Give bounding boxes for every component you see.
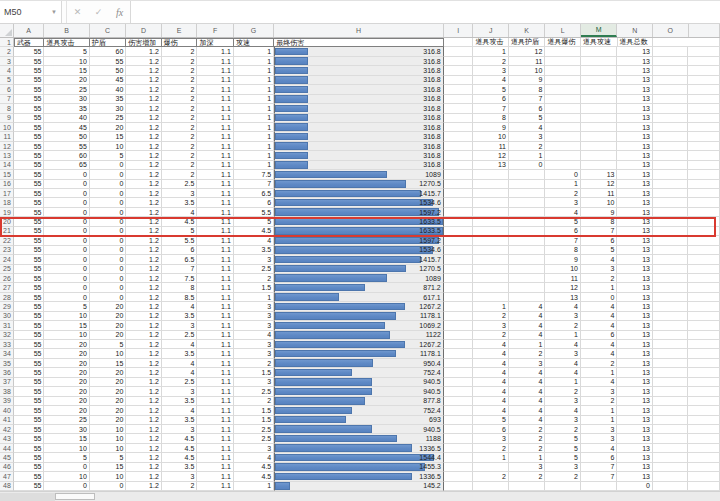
cell[interactable]: 316.8 [274,132,444,141]
cell[interactable] [688,293,720,302]
cell[interactable] [688,170,720,179]
cell[interactable] [509,180,546,189]
row-header-46[interactable]: 46 [0,463,14,472]
cell[interactable]: 3.5 [162,198,198,207]
cell[interactable]: 11 [509,57,546,66]
cell[interactable]: 13 [617,331,653,340]
cell[interactable]: 9 [545,255,581,264]
cell[interactable]: 4 [581,312,618,321]
cell[interactable]: 4.5 [162,434,198,443]
cell[interactable]: 35 [90,95,127,104]
cell[interactable]: 4.5 [162,444,198,453]
cell[interactable]: 3 [509,359,546,368]
cell[interactable]: 55 [14,340,45,349]
cell[interactable]: 1.1 [197,208,234,217]
column-header-H[interactable]: H [274,24,444,37]
cell[interactable]: 4.5 [162,217,198,226]
cell[interactable] [653,312,689,321]
cell[interactable]: 1.2 [126,95,162,104]
cell[interactable]: 1188 [274,434,444,443]
cell[interactable] [444,283,474,292]
cell[interactable] [688,161,720,170]
cell[interactable]: 15 [90,463,127,472]
cell[interactable]: 1 [509,151,546,160]
cell[interactable]: 12 [509,47,546,56]
cell[interactable]: 3 [545,312,581,321]
cell[interactable]: 55 [14,378,45,387]
cell[interactable] [509,293,546,302]
row-header-43[interactable]: 43 [0,434,14,443]
cell[interactable]: 13 [617,434,653,443]
cell[interactable] [653,397,689,406]
cell[interactable]: 55 [14,236,45,245]
cell[interactable]: 3 [234,340,274,349]
cell[interactable] [444,208,474,217]
cell[interactable]: 6.5 [162,255,198,264]
formula-input[interactable] [130,1,720,23]
cell[interactable]: 2 [545,189,581,198]
cell[interactable]: 3 [509,132,546,141]
cell[interactable] [653,283,689,292]
cell[interactable]: 20 [44,387,89,396]
cell[interactable] [509,227,546,236]
cell[interactable]: 2 [162,57,198,66]
cell[interactable]: 3 [162,425,198,434]
cell[interactable]: 1534.6 [274,246,444,255]
cell[interactable]: 1.2 [126,47,162,56]
cell[interactable]: 5 [90,151,127,160]
cell[interactable] [509,198,546,207]
cell[interactable]: 10 [90,349,127,358]
cell[interactable]: 30 [44,425,89,434]
cell[interactable]: 0 [44,246,89,255]
cell[interactable]: 1.2 [126,123,162,132]
cell[interactable] [444,453,474,462]
cell[interactable] [545,132,581,141]
cell[interactable]: 3 [581,434,618,443]
cell[interactable] [581,142,618,151]
cell[interactable]: 0 [44,255,89,264]
cell[interactable] [444,47,474,56]
row-header-19[interactable]: 19 [0,208,14,217]
cell[interactable] [653,161,689,170]
cell[interactable] [444,180,474,189]
cell[interactable]: 12 [581,180,618,189]
cell[interactable]: 20 [44,397,89,406]
cell[interactable]: 1.1 [197,123,234,132]
cell[interactable]: 55 [14,283,45,292]
cell[interactable]: 0 [44,463,89,472]
cell[interactable]: 0 [90,265,127,274]
cell[interactable] [444,397,474,406]
cell[interactable]: 1 [581,406,618,415]
row-header-25[interactable]: 25 [0,265,14,274]
cell[interactable]: 2 [162,142,198,151]
cell[interactable] [653,293,689,302]
cell[interactable]: 40 [44,114,89,123]
cell[interactable]: 1.2 [126,170,162,179]
cell[interactable]: 2 [234,274,274,283]
cell[interactable] [509,217,546,226]
row-header-34[interactable]: 34 [0,349,14,358]
cell[interactable]: 2 [473,472,509,481]
cell[interactable]: 0 [44,227,89,236]
cell[interactable]: 3 [234,321,274,330]
cell[interactable]: 4 [509,397,546,406]
cell[interactable] [444,359,474,368]
cell[interactable] [688,217,720,226]
cell[interactable]: 13 [617,444,653,453]
cell[interactable]: 1415.7 [274,189,444,198]
cell[interactable]: 1.1 [197,387,234,396]
cell[interactable]: 55 [14,246,45,255]
cell[interactable]: 55 [14,255,45,264]
cell[interactable] [653,142,689,151]
cell[interactable]: 1415.7 [274,255,444,264]
cell[interactable]: 2 [234,359,274,368]
column-header-G[interactable]: G [234,24,274,37]
cell[interactable] [444,302,474,311]
cell[interactable]: 13 [617,453,653,462]
cell[interactable] [444,95,474,104]
cell[interactable]: 4 [509,123,546,132]
cell[interactable] [688,76,720,85]
cell[interactable] [653,378,689,387]
cell[interactable]: 3 [473,66,509,75]
cell[interactable] [653,482,689,491]
